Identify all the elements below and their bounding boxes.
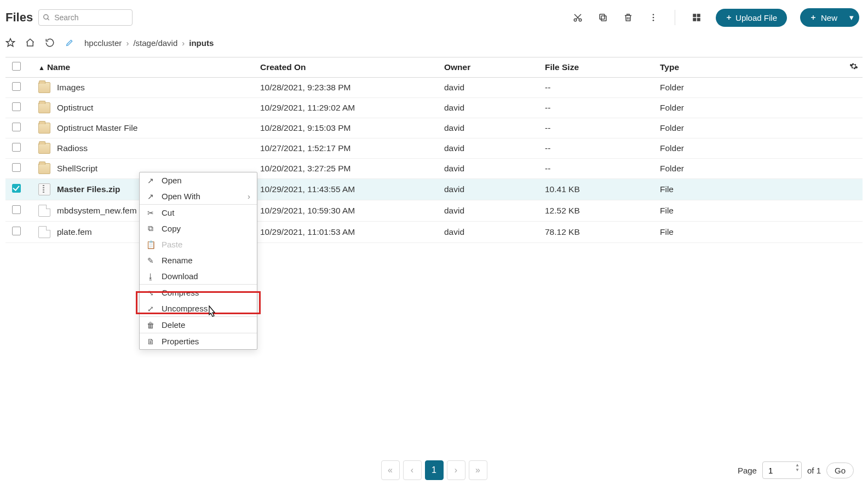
home-icon[interactable]	[25, 38, 35, 48]
new-label: New	[821, 13, 837, 22]
page-down-icon[interactable]: ▼	[795, 468, 800, 472]
row-created: 10/29/2021, 10:59:30 AM	[254, 200, 438, 222]
row-type: File	[653, 179, 843, 200]
search-input[interactable]	[38, 9, 133, 26]
folder-icon	[38, 143, 50, 154]
svg-rect-13	[693, 14, 696, 17]
svg-rect-14	[697, 14, 700, 17]
row-name[interactable]: plate.fem	[57, 227, 92, 237]
table-row[interactable]: mbdsystem_new.fem10/29/2021, 10:59:30 AM…	[5, 200, 863, 222]
row-checkbox[interactable]	[12, 102, 21, 111]
row-size: --	[538, 78, 653, 98]
row-name[interactable]: Optistruct Master File	[57, 123, 137, 133]
table-row[interactable]: ShellScript10/20/2021, 3:27:25 PMdavid--…	[5, 159, 863, 179]
col-header-type[interactable]: Type	[653, 57, 843, 78]
svg-rect-15	[693, 18, 696, 21]
upload-file-label: Upload File	[735, 13, 777, 22]
page-first-button[interactable]: «	[381, 460, 400, 480]
row-type: Folder	[653, 138, 843, 159]
upload-file-button[interactable]: Upload File	[716, 9, 787, 27]
row-name[interactable]: Radioss	[57, 143, 88, 153]
ctx-delete[interactable]: 🗑Delete	[140, 317, 257, 333]
context-menu: ↗Open ↗Open With› ✂Cut ⧉Copy 📋Paste ✎Ren…	[139, 172, 257, 350]
breadcrumb-seg-2[interactable]: inputs	[189, 38, 214, 48]
table-row[interactable]: Radioss10/27/2021, 1:52:17 PMdavid--Fold…	[5, 138, 863, 159]
copy-icon[interactable]	[597, 11, 609, 24]
row-owner: david	[438, 159, 538, 179]
page-number-button[interactable]: 1	[425, 460, 444, 480]
row-checkbox[interactable]	[12, 184, 21, 193]
gear-icon[interactable]	[849, 63, 858, 72]
row-checkbox[interactable]	[12, 123, 21, 131]
zip-icon	[38, 183, 50, 195]
row-checkbox[interactable]	[12, 227, 21, 235]
chevron-right-icon: ›	[248, 192, 250, 201]
search-icon	[43, 14, 50, 21]
page-prev-button[interactable]: ‹	[403, 460, 422, 480]
edit-path-icon[interactable]	[65, 38, 74, 48]
ctx-rename[interactable]: ✎Rename	[140, 252, 257, 268]
folder-icon	[38, 163, 50, 174]
breadcrumb-seg-0[interactable]: hpccluster	[84, 38, 122, 48]
col-header-created[interactable]: Created On	[254, 57, 438, 78]
more-icon[interactable]	[647, 11, 659, 24]
table-row[interactable]: Images10/28/2021, 9:23:38 PMdavid--Folde…	[5, 78, 863, 98]
page-of-label: of 1	[807, 466, 821, 475]
select-all-checkbox[interactable]	[12, 62, 21, 71]
search-wrap	[38, 9, 133, 26]
go-button[interactable]: Go	[826, 463, 854, 478]
breadcrumb-seg-1[interactable]: /stage/david	[133, 38, 177, 48]
col-header-owner[interactable]: Owner	[438, 57, 538, 78]
row-name[interactable]: Master Files.zip	[57, 184, 120, 194]
row-checkbox[interactable]	[12, 143, 21, 152]
page-next-button[interactable]: ›	[447, 460, 465, 480]
favorite-icon[interactable]	[5, 38, 15, 48]
ctx-compress[interactable]: ⤡Compress	[140, 285, 257, 301]
ctx-open[interactable]: ↗Open	[140, 172, 257, 188]
row-name[interactable]: ShellScript	[57, 164, 97, 174]
refresh-icon[interactable]	[45, 38, 55, 48]
svg-rect-7	[600, 14, 605, 19]
cut-icon[interactable]	[572, 11, 584, 24]
row-owner: david	[438, 200, 538, 222]
grid-view-icon[interactable]	[691, 11, 703, 24]
table-row[interactable]: Optistruct Master File10/28/2021, 9:15:0…	[5, 118, 863, 138]
row-checkbox[interactable]	[12, 205, 21, 214]
row-owner: david	[438, 98, 538, 118]
footer: « ‹ 1 › » Page ▲▼ of 1 Go	[0, 457, 868, 483]
ctx-copy[interactable]: ⧉Copy	[140, 221, 257, 236]
page-last-button[interactable]: »	[469, 460, 487, 480]
row-name[interactable]: Images	[57, 83, 85, 93]
chevron-right-icon: ›	[126, 38, 129, 48]
col-header-name[interactable]: ▲Name	[32, 57, 254, 78]
copy-icon: ⧉	[146, 224, 155, 233]
row-owner: david	[438, 222, 538, 243]
svg-rect-6	[601, 16, 606, 21]
ctx-cut[interactable]: ✂Cut	[140, 205, 257, 221]
table-row[interactable]: Master Files.zip10/29/2021, 11:43:55 AMd…	[5, 179, 863, 200]
row-checkbox[interactable]	[12, 82, 21, 91]
ctx-uncompress[interactable]: ⤢Uncompress	[140, 301, 257, 316]
svg-point-12	[653, 20, 654, 21]
table-row[interactable]: Optistruct10/29/2021, 11:29:02 AMdavid--…	[5, 98, 863, 118]
row-created: 10/27/2021, 1:52:17 PM	[254, 138, 438, 159]
row-name[interactable]: Optistruct	[57, 103, 93, 113]
row-size: --	[538, 138, 653, 159]
page-up-icon[interactable]: ▲	[795, 463, 800, 467]
new-button[interactable]: New ▾	[800, 8, 859, 27]
delete-icon: 🗑	[146, 321, 155, 330]
ctx-open-with[interactable]: ↗Open With›	[140, 188, 257, 204]
row-owner: david	[438, 179, 538, 200]
cut-icon: ✂	[146, 209, 155, 217]
properties-icon: 🗎	[146, 337, 155, 346]
svg-marker-21	[7, 39, 15, 47]
table-row[interactable]: plate.fem10/29/2021, 11:01:53 AMdavid78.…	[5, 222, 863, 243]
ctx-download[interactable]: ⭳Download	[140, 268, 257, 284]
delete-icon[interactable]	[622, 11, 634, 24]
row-checkbox[interactable]	[12, 163, 21, 172]
file-icon	[38, 205, 50, 217]
row-name[interactable]: mbdsystem_new.fem	[57, 206, 137, 216]
col-header-size[interactable]: File Size	[538, 57, 653, 78]
ctx-properties[interactable]: 🗎Properties	[140, 333, 257, 349]
folder-icon	[38, 123, 50, 134]
